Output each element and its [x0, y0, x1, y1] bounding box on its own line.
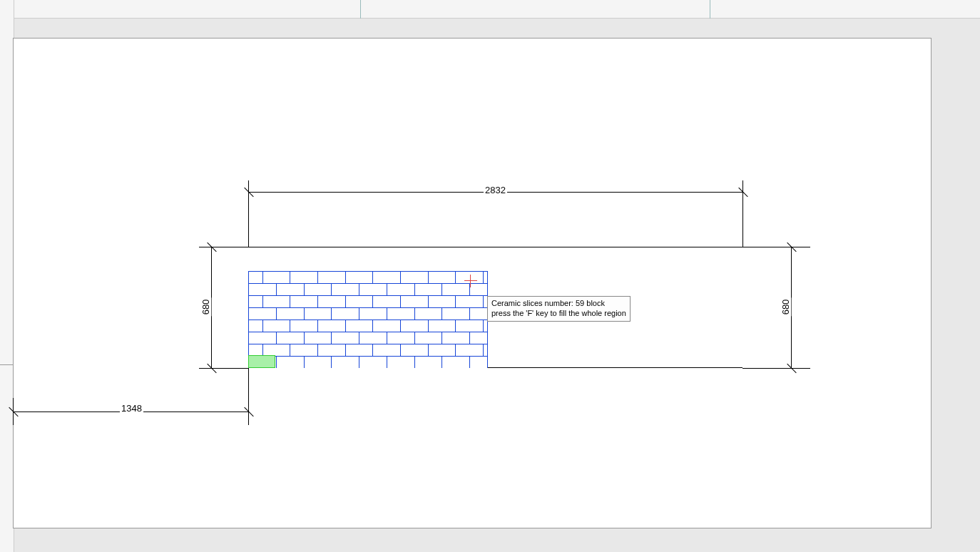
brick-row — [249, 308, 487, 320]
brick — [263, 344, 291, 356]
dim-ext — [742, 247, 810, 247]
brick — [387, 308, 415, 320]
brick — [249, 308, 277, 320]
brick — [387, 284, 415, 295]
brick — [442, 332, 470, 344]
brick — [290, 296, 318, 307]
brick — [249, 332, 277, 344]
brick — [305, 332, 332, 344]
tooltip-line1: Ceramic slices number: 59 block — [491, 299, 626, 309]
brick-partial — [470, 284, 487, 295]
brick — [387, 357, 415, 368]
brick — [359, 332, 387, 344]
brick — [373, 272, 401, 283]
dim-ext — [248, 368, 249, 425]
brick — [415, 357, 443, 368]
brick-row — [249, 284, 487, 296]
brick-row — [249, 320, 487, 332]
brick-row — [249, 332, 487, 344]
brick — [429, 272, 456, 283]
brick — [263, 320, 291, 332]
brick — [401, 344, 429, 356]
brick-half — [249, 296, 263, 307]
brick-partial — [470, 308, 487, 320]
brick — [346, 344, 374, 356]
ruler-horizontal — [0, 0, 980, 19]
brick — [249, 284, 277, 295]
brick-row — [249, 296, 487, 308]
brick — [290, 272, 318, 283]
dim-ext — [199, 368, 248, 369]
dim-ext — [742, 368, 810, 369]
brick-row — [249, 272, 487, 284]
brick — [442, 357, 470, 368]
brick — [263, 272, 291, 283]
brick — [359, 308, 387, 320]
brick-row — [249, 344, 487, 357]
brick — [277, 308, 305, 320]
brick — [456, 344, 484, 356]
brick — [429, 296, 456, 307]
brick-partial — [470, 332, 487, 344]
axis-h — [0, 364, 13, 365]
brick — [318, 344, 346, 356]
brick — [359, 357, 387, 368]
brick — [318, 296, 346, 307]
brick-row — [249, 357, 487, 368]
brick — [346, 272, 374, 283]
brick — [332, 357, 359, 368]
brick — [305, 357, 332, 368]
brick — [332, 284, 359, 295]
start-brick[interactable] — [248, 355, 275, 368]
brick-partial — [470, 357, 487, 368]
brick — [415, 332, 443, 344]
ruler-guide — [710, 0, 710, 19]
brick — [305, 308, 332, 320]
brick — [401, 320, 429, 332]
brick — [387, 332, 415, 344]
brick — [429, 320, 456, 332]
brick — [290, 320, 318, 332]
brick-partial — [484, 320, 487, 332]
brick — [442, 284, 470, 295]
drawing-canvas[interactable]: 2832 680 680 1348 Ceramic slices number:… — [13, 38, 931, 528]
tooltip: Ceramic slices number: 59 block press th… — [487, 296, 631, 322]
brick — [373, 320, 401, 332]
brick — [401, 272, 429, 283]
tooltip-line2: press the 'F' key to fill the whole regi… — [491, 309, 626, 319]
brick-half — [249, 320, 263, 332]
brick-partial — [484, 344, 487, 356]
brick — [277, 357, 305, 368]
brick — [346, 320, 374, 332]
ruler-guide — [360, 0, 361, 19]
brick — [373, 296, 401, 307]
dim-ext — [199, 247, 248, 247]
brick — [415, 308, 443, 320]
brick-partial — [484, 272, 487, 283]
brick — [332, 308, 359, 320]
brick — [277, 332, 305, 344]
brick — [456, 296, 484, 307]
brick — [401, 296, 429, 307]
brick — [318, 272, 346, 283]
brick — [346, 296, 374, 307]
brick — [290, 344, 318, 356]
brick — [442, 308, 470, 320]
brick — [263, 296, 291, 307]
brick — [318, 320, 346, 332]
brick — [373, 344, 401, 356]
brick-half — [249, 272, 263, 283]
dim-label-top: 2832 — [484, 185, 507, 195]
dim-label-bottom: 1348 — [120, 403, 143, 414]
brick-half — [249, 344, 263, 356]
brick — [456, 272, 484, 283]
brick-pattern[interactable] — [248, 271, 488, 368]
brick — [415, 284, 443, 295]
brick — [456, 320, 484, 332]
brick — [305, 284, 332, 295]
ruler-vertical — [0, 0, 14, 552]
brick — [277, 284, 305, 295]
dim-label-left: 680 — [200, 298, 211, 317]
brick — [429, 344, 456, 356]
dim-label-right: 680 — [780, 298, 791, 317]
